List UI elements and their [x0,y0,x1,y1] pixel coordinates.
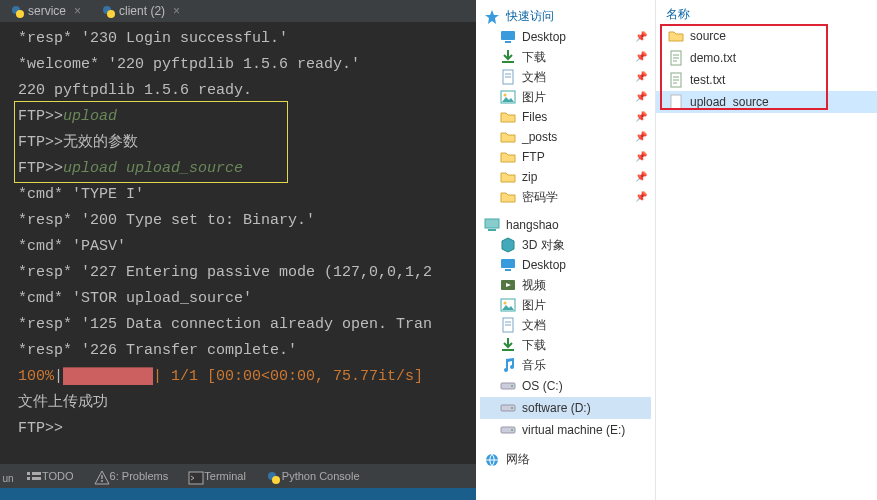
python-icon [266,470,278,482]
explorer-nav: 快速访问 Desktop 📌 下载 📌 文档 📌 图片 📌 Files 📌 _p… [476,0,656,500]
toolstrip-item[interactable]: Python Console [256,470,370,482]
console-line: *cmd* 'TYPE I' [18,182,468,208]
nav-item-label: zip [522,168,537,186]
drive-label: OS (C:) [522,377,563,395]
run-tool-label: un [0,469,16,484]
nav-item[interactable]: 3D 对象 [480,235,651,255]
quick-access-header[interactable]: 快速访问 [480,6,651,27]
nav-item-label: Files [522,108,547,126]
svg-rect-23 [488,229,496,231]
drive-item[interactable]: OS (C:) [480,375,651,397]
nav-item[interactable]: 视频 [480,275,651,295]
console-output: *resp* '230 Login successful.'*welcome* … [0,22,476,464]
console-line: *cmd* 'PASV' [18,234,468,260]
txt-icon [668,50,684,66]
nav-item[interactable]: 密码学 📌 [480,187,651,207]
folder-icon [500,189,516,205]
nav-item-label: 图片 [522,296,546,314]
file-list-header-name[interactable]: 名称 [656,0,877,25]
nav-item[interactable]: 图片 [480,295,651,315]
desktop-icon [500,29,516,45]
nav-item-label: 下载 [522,336,546,354]
file-name: source [690,26,726,46]
nav-item-label: 图片 [522,88,546,106]
nav-item[interactable]: _posts 📌 [480,127,651,147]
drive-item[interactable]: virtual machine (E:) [480,419,651,441]
video-icon [500,277,516,293]
editor-tab[interactable]: service × [0,0,91,22]
nav-item-label: 音乐 [522,356,546,374]
pin-icon: 📌 [635,128,647,146]
folder-icon [668,28,684,44]
console-line: *welcome* '220 pyftpdlib 1.5.6 ready.' [18,52,468,78]
computer-icon [484,217,500,233]
nav-item[interactable]: 下载 📌 [480,47,651,67]
ide-panel: service × client (2) × *resp* '230 Login… [0,0,476,500]
ide-tool-strip: un TODO 6: Problems Terminal Python Cons… [0,464,476,488]
file-row[interactable]: test.txt [656,69,877,91]
nav-item[interactable]: 文档 📌 [480,67,651,87]
folder-icon [500,149,516,165]
nav-item[interactable]: 图片 📌 [480,87,651,107]
nav-item-label: 文档 [522,68,546,86]
toolstrip-label: 6: Problems [110,470,169,482]
console-line: *resp* '226 Transfer complete.' [18,338,468,364]
toolstrip-item[interactable]: TODO [16,470,84,482]
drive-item[interactable]: software (D:) [480,397,651,419]
file-row[interactable]: demo.txt [656,47,877,69]
nav-item-label: 密码学 [522,188,558,206]
console-line: *cmd* 'STOR upload_source' [18,286,468,312]
network-header[interactable]: 网络 [480,449,651,470]
console-line: FTP>>upload [18,104,468,130]
nav-item[interactable]: 下载 [480,335,651,355]
desktop-icon [500,257,516,273]
document-icon [500,69,516,85]
nav-item[interactable]: Files 📌 [480,107,651,127]
nav-item[interactable]: Desktop 📌 [480,27,651,47]
download-icon [500,49,516,65]
toolstrip-item[interactable]: Terminal [178,470,256,482]
svg-rect-24 [501,259,515,268]
svg-point-39 [511,429,513,431]
svg-rect-4 [27,472,30,475]
close-icon[interactable]: × [74,4,81,18]
nav-item[interactable]: Desktop [480,255,651,275]
picture-icon [500,89,516,105]
file-row[interactable]: upload_source [656,91,877,113]
nav-item-label: Desktop [522,28,566,46]
python-icon [10,4,24,18]
network-icon [484,452,500,468]
taskbar-fragment [0,488,476,500]
console-line: FTP>> [18,416,468,442]
nav-item-label: 文档 [522,316,546,334]
console-line: FTP>>upload upload_source [18,156,468,182]
svg-rect-15 [505,41,511,43]
editor-tab[interactable]: client (2) × [91,0,190,22]
svg-rect-25 [505,269,511,271]
nav-item[interactable]: 音乐 [480,355,651,375]
download-icon [500,337,516,353]
file-name: upload_source [690,92,769,112]
nav-item[interactable]: 文档 [480,315,651,335]
nav-item[interactable]: FTP 📌 [480,147,651,167]
list-icon [26,470,38,482]
svg-rect-49 [671,95,681,109]
svg-marker-13 [485,10,499,24]
user-folder-header[interactable]: hangshao [480,215,651,235]
drive-label: software (D:) [522,399,591,417]
nav-item[interactable]: zip 📌 [480,167,651,187]
file-icon [668,94,684,110]
toolstrip-item[interactable]: 6: Problems [84,470,179,482]
svg-rect-14 [501,31,515,40]
file-name: test.txt [690,70,725,90]
close-icon[interactable]: × [173,4,180,18]
toolstrip-label: Python Console [282,470,360,482]
svg-point-1 [16,10,24,18]
svg-point-3 [107,10,115,18]
drive-icon [500,422,516,438]
pin-icon: 📌 [635,88,647,106]
picture-icon [500,297,516,313]
file-row[interactable]: source [656,25,877,47]
3d-icon [500,237,516,253]
quick-access-label: 快速访问 [506,8,554,25]
